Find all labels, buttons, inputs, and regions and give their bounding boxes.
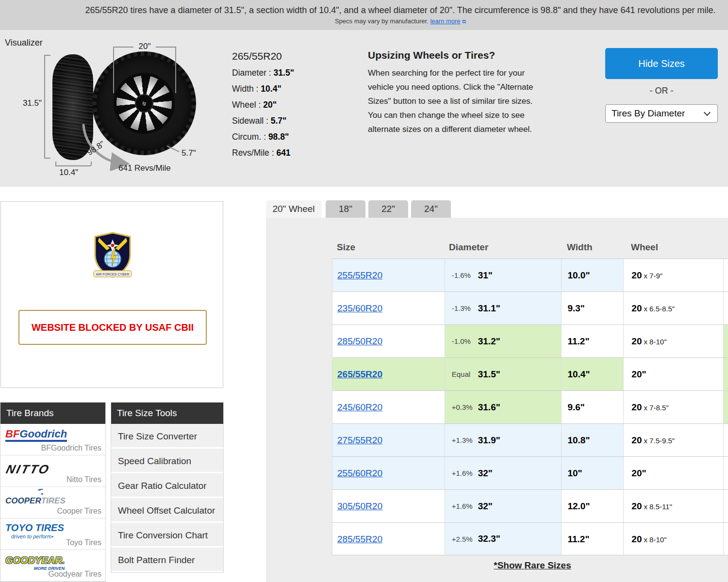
width-cell: 10.0": [561, 259, 623, 291]
wheel-cell: 20x 8-10": [623, 523, 723, 555]
size-link[interactable]: 275/55R20: [337, 435, 382, 445]
col-header-width: Width: [561, 234, 623, 259]
spec-summary-banner: 265/55R20 tires have a diameter of 31.5"…: [0, 0, 728, 30]
size-link[interactable]: 285/50R20: [337, 336, 382, 346]
brand-item-cooper[interactable]: COOPERTIRES Cooper Tires: [0, 487, 105, 518]
spec-summary-text: 265/55R20 tires have a diameter of 31.5"…: [0, 0, 728, 16]
disclaimer-text: Specs may vary by manufacturer.: [335, 17, 429, 25]
tab-22-wheel[interactable]: 22": [368, 200, 408, 218]
table-row: 265/55R20 Equal 31.5" 10.4" 20": [332, 357, 728, 390]
wheel-range: x 8-10": [644, 338, 666, 346]
show-rare-sizes-link[interactable]: *Show Rare Sizes: [494, 560, 571, 570]
col-header-wheel: Wheel: [623, 234, 723, 259]
wheel-size: 20: [631, 534, 642, 544]
diameter-cell: +1.6% 32": [445, 457, 562, 489]
spec-label: Revs/Mile :: [232, 148, 276, 158]
brand-item-toyo[interactable]: TOYO TIRES driven to perform• Toyo Tires: [0, 518, 105, 550]
diameter-cell: -1.6% 31": [445, 259, 562, 291]
wheel-range: x 8-10": [644, 535, 666, 544]
diameter-diff: +2.5%: [452, 535, 478, 543]
width-cell: 11.2": [561, 325, 623, 357]
diameter-cell: +0.3% 31.6": [445, 391, 562, 423]
size-link[interactable]: 255/55R20: [337, 270, 382, 280]
tab-24-wheel[interactable]: 24": [411, 200, 451, 218]
diameter-dim-label: 31.5": [18, 98, 42, 108]
wheel-range: x 7-9": [644, 272, 662, 280]
cooper-logo: COOPERTIRES: [5, 489, 66, 506]
next-column-sliver: [723, 490, 728, 522]
hide-sizes-button[interactable]: Hide Sizes: [605, 48, 718, 79]
wheel-dim-drop-right: [175, 47, 176, 93]
size-cell: 305/50R20: [332, 490, 445, 522]
sidewall-label: 5.7": [182, 148, 196, 158]
spec-value: 5.7": [271, 116, 287, 126]
size-link[interactable]: 255/60R20: [337, 468, 382, 478]
wheel-size: 20: [631, 501, 642, 511]
table-row: 305/50R20 +1.6% 32" 12.0" 20x 8.5-11": [332, 489, 728, 522]
learn-more-link[interactable]: learn more: [430, 17, 460, 25]
sizes-table-body: 255/55R20 -1.6% 31" 10.0" 20x 7-9" 235/6…: [332, 259, 728, 555]
diameter-value: 31.5": [478, 369, 500, 380]
size-link[interactable]: 245/60R20: [337, 402, 382, 412]
toyo-logo: TOYO TIRES driven to perform•: [5, 522, 64, 539]
spec-item: Sidewall : 5.7": [232, 116, 358, 126]
brand-item-nitto[interactable]: NITTO Nitto Tires: [0, 455, 105, 487]
size-link[interactable]: 285/55R20: [337, 534, 382, 544]
spec-label: Circum. :: [232, 132, 268, 142]
diameter-diff: -1.0%: [452, 337, 478, 345]
bfgoodrich-logo: BFGoodrich: [5, 428, 67, 442]
wheel-cell: 20": [623, 358, 723, 390]
spec-item: Wheel : 20": [232, 100, 358, 110]
tab-18-wheel[interactable]: 18": [326, 200, 365, 218]
size-cell: 265/55R20: [332, 358, 445, 390]
upsizing-title: Upsizing Wheels or Tires?: [368, 49, 543, 61]
brand-item-goodyear[interactable]: GOODYEAR. MORE DRIVEN Goodyear Tires: [0, 550, 105, 582]
tool-link[interactable]: Wheel Offset Calculator: [111, 498, 223, 523]
width-dim-tick-left: [55, 162, 56, 165]
diameter-value: 31.1": [478, 303, 500, 314]
wheel-cell: 20x 8-10": [623, 325, 723, 357]
size-link[interactable]: 265/55R20: [337, 369, 382, 379]
cooper-swoosh-icon: [19, 489, 43, 496]
tires-by-diameter-dropdown[interactable]: Tires By Diameter: [605, 104, 718, 123]
size-link[interactable]: 235/60R20: [337, 303, 382, 313]
width-dim-label: 10.4": [59, 168, 78, 178]
next-column-sliver: [723, 325, 728, 357]
wheel-size: 20: [631, 435, 642, 445]
col-header-size: Size: [332, 234, 444, 259]
dropdown-value: Tires By Diameter: [612, 108, 685, 118]
diameter-cell: -1.3% 31.1": [445, 292, 562, 324]
tool-link[interactable]: Tire Size Converter: [111, 424, 223, 449]
size-cell: 285/55R20: [332, 523, 445, 555]
tool-link[interactable]: Speed Calibration: [111, 449, 223, 473]
sizes-table-header: Size Diameter Width Wheel: [332, 234, 728, 259]
diameter-dim-tick-top: [44, 55, 50, 56]
spec-value: 10.4": [261, 84, 281, 94]
brand-label: Toyo Tires: [66, 538, 101, 547]
diameter-diff: +0.3%: [452, 403, 478, 411]
tool-link[interactable]: Tire Conversion Chart: [111, 523, 223, 548]
size-link[interactable]: 305/50R20: [337, 501, 382, 511]
tool-link[interactable]: Bolt Pattern Finder: [111, 548, 223, 572]
nitto-logo: NITTO: [4, 462, 51, 476]
visualizer-section: Visualizer lg 31.5" 10.4" 20" 98.8" 5.7"…: [0, 30, 728, 187]
visualizer-title: Visualizer: [5, 38, 43, 48]
goodyear-logo: GOODYEAR. MORE DRIVEN: [5, 555, 65, 571]
diameter-dim-tick-bottom: [44, 158, 50, 159]
table-row: 285/55R20 +2.5% 32.3" 11.2" 20x 8-10": [332, 522, 728, 555]
next-column-sliver: [723, 292, 728, 324]
brand-label: Goodyear Tires: [49, 570, 101, 579]
wheel-size: 20": [631, 369, 646, 379]
tool-link[interactable]: Gear Ratio Calculator: [111, 473, 223, 498]
size-cell: 235/60R20: [332, 292, 445, 324]
col-header-diameter: Diameter: [444, 234, 561, 259]
table-row: 255/60R20 +1.6% 32" 10" 20": [332, 456, 728, 489]
tab-20-wheel[interactable]: 20" Wheel: [266, 200, 321, 218]
diameter-value: 31.2": [478, 336, 500, 347]
or-separator: - OR -: [605, 86, 718, 96]
table-row: 285/50R20 -1.0% 31.2" 11.2" 20x 8-10": [332, 324, 728, 357]
brand-item-bfgoodrich[interactable]: BFGoodrich BFGoodrich Tires: [0, 424, 105, 455]
size-cell: 255/55R20: [332, 259, 445, 291]
width-cell: 12.0": [561, 490, 623, 522]
tire-spec-block: 265/55R20 Diameter : 31.5" Width : 10.4"…: [232, 50, 358, 158]
